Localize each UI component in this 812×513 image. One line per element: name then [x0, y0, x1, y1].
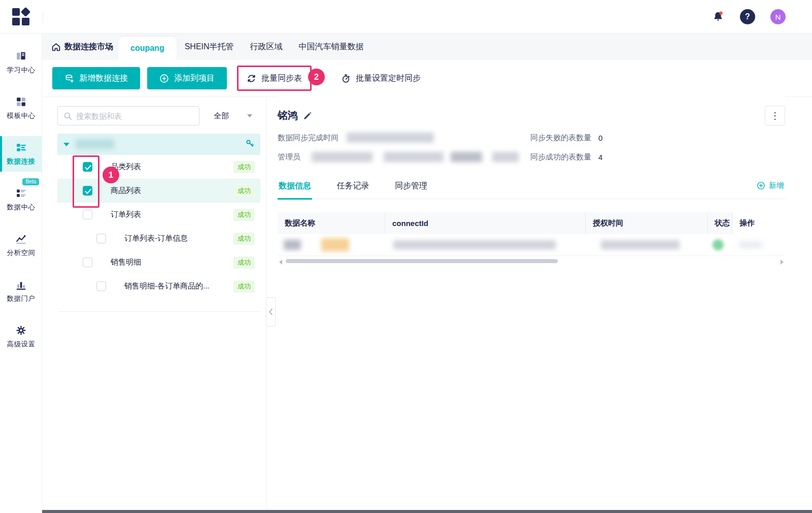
tree-item-sales-detail[interactable]: 销售明细 成功: [57, 250, 260, 274]
redacted-status-dot: [713, 239, 724, 250]
checkbox-unchecked[interactable]: [96, 281, 106, 291]
tree-parent-row[interactable]: [57, 134, 260, 155]
redacted-admin: [492, 152, 519, 162]
sidebar-item-label: 学习中心: [7, 66, 36, 75]
filter-dropdown[interactable]: 全部: [210, 106, 256, 125]
tree-item-label: 订单列表: [111, 210, 141, 219]
col-header-connect-id: connectId: [385, 212, 586, 234]
table-row[interactable]: [278, 234, 785, 256]
chevron-down-icon: [247, 114, 252, 117]
tree-item-label: 销售明细-各订单商品的...: [124, 281, 210, 291]
topbar-actions: ? N: [712, 0, 786, 34]
sidebar-item-data-portal[interactable]: 数据门户: [0, 273, 42, 309]
help-icon[interactable]: ?: [740, 9, 755, 24]
tree-item-order-list[interactable]: 订单列表 成功: [57, 203, 260, 227]
tree-item-order-info[interactable]: 订单列表-订单信息 成功: [57, 227, 260, 250]
bar-chart-icon: [15, 279, 27, 291]
panel-collapse-handle[interactable]: [266, 297, 276, 327]
more-actions-kebab-icon[interactable]: ⋮: [765, 106, 785, 125]
logo-diamond: [21, 7, 31, 17]
status-badge-success: 成功: [233, 185, 255, 197]
logo-square: [12, 8, 20, 16]
tree-item-product-list[interactable]: 商品列表 成功: [57, 179, 260, 203]
success-tables-stat: 同步成功的表数量 4: [530, 151, 602, 163]
tree-item-sales-detail-sub[interactable]: 销售明细-各订单商品的... 成功: [57, 274, 260, 298]
redacted-actions: [739, 241, 762, 248]
tab-sync-management[interactable]: 同步管理: [394, 177, 428, 198]
tree-item-label: 销售明细: [111, 258, 141, 267]
redacted-sync-time: [347, 133, 434, 143]
beta-badge: Beta: [22, 178, 39, 185]
sidebar-item-data-connection[interactable]: 数据连接: [0, 136, 42, 172]
toolbar: 新增数据连接 添加到项目 批量同步表 2 批量设置定时同步: [42, 60, 812, 97]
checkbox-checked[interactable]: [83, 162, 92, 172]
tab-task-records[interactable]: 任务记录: [335, 177, 370, 198]
status-badge-success: 成功: [233, 209, 255, 221]
authorization-key-icon[interactable]: [246, 139, 254, 150]
app-logo-icon[interactable]: [12, 8, 29, 25]
add-new-button[interactable]: 新增: [757, 181, 784, 190]
failed-tables-label: 同步失败的表数量: [530, 133, 591, 143]
success-tables-value: 4: [598, 153, 602, 162]
sidebar-item-analysis-space[interactable]: 分析空间: [0, 228, 42, 263]
notifications-bell-icon[interactable]: [712, 10, 725, 23]
batch-sync-tables-button[interactable]: 批量同步表: [239, 67, 310, 89]
checkbox-unchecked[interactable]: [83, 258, 92, 267]
sync-time-label: 数据同步完成时间: [278, 133, 339, 143]
scroll-right-arrow-icon[interactable]: [781, 260, 784, 265]
sync-time-row: 数据同步完成时间: [278, 132, 434, 143]
scroll-left-arrow-icon[interactable]: [279, 260, 282, 265]
redacted-admin: [312, 152, 373, 162]
redacted-tag: [321, 238, 349, 251]
sidebar-item-advanced-settings[interactable]: 高级设置: [0, 319, 42, 355]
redacted-connect-id: [393, 240, 556, 249]
sidebar-item-data-center[interactable]: Beta 数据中心: [0, 182, 42, 217]
search-input[interactable]: [58, 107, 199, 125]
checkbox-unchecked[interactable]: [83, 210, 92, 219]
tab-coupang[interactable]: coupang: [118, 37, 177, 60]
redacted-admin: [451, 152, 482, 162]
status-badge-success: 成功: [233, 161, 255, 173]
batch-schedule-sync-button[interactable]: 批量设置定时同步: [333, 67, 429, 89]
tab-data-connection-market[interactable]: 数据连接市场: [51, 42, 113, 52]
timer-icon: [341, 74, 351, 83]
connection-tabstrip: 数据连接市场 coupang SHEIN半托管 行政区域 中国汽车销量数据: [42, 34, 812, 60]
tab-china-auto-sales[interactable]: 中国汽车销量数据: [291, 42, 372, 52]
search-box: [57, 106, 199, 125]
gear-icon: [15, 325, 27, 336]
failed-tables-value: 0: [598, 134, 602, 142]
expand-arrow-icon[interactable]: [63, 143, 70, 146]
status-badge-success: 成功: [233, 256, 255, 269]
top-bar: ? N: [0, 0, 812, 34]
col-header-actions: 操作: [732, 212, 785, 234]
tree-item-category-list[interactable]: 品类列表 成功: [57, 155, 260, 179]
scrollbar-thumb[interactable]: [286, 259, 558, 263]
filter-value: 全部: [214, 111, 229, 121]
add-to-project-button[interactable]: 添加到项目: [147, 67, 227, 89]
checkbox-checked[interactable]: [83, 186, 92, 196]
sidebar-item-label: 数据门户: [7, 294, 36, 303]
tab-data-info[interactable]: 数据信息: [278, 177, 312, 200]
new-data-connection-button[interactable]: 新增数据连接: [52, 67, 140, 89]
sidebar-item-label: 分析空间: [7, 248, 36, 258]
sidebar-item-label: 模板中心: [7, 111, 36, 120]
checkbox-unchecked[interactable]: [96, 234, 106, 243]
tree-divider: [58, 311, 259, 312]
redacted-data-name: [284, 240, 301, 250]
col-header-data-name: 数据名称: [278, 212, 385, 234]
user-avatar[interactable]: N: [770, 9, 786, 24]
plus-circle-icon: [159, 74, 169, 83]
sidebar-item-learning-center[interactable]: 学习中心: [0, 45, 42, 80]
sidebar-nav: 学习中心 模板中心 数据连接 Beta 数据中心 分析空间 数据门户 高级设置: [0, 34, 42, 513]
edit-pencil-icon[interactable]: [303, 111, 312, 120]
chevron-left-icon: [268, 308, 273, 315]
tab-admin-region[interactable]: 行政区域: [242, 42, 291, 52]
button-label: 批量设置定时同步: [356, 73, 421, 84]
tab-shein[interactable]: SHEIN半托管: [177, 42, 242, 52]
logo-square: [12, 18, 20, 25]
sidebar-item-template-center[interactable]: 模板中心: [0, 90, 42, 126]
failed-tables-stat: 同步失败的表数量 0: [530, 132, 602, 143]
annotation-box-step2: 批量同步表 2: [237, 66, 312, 91]
data-center-icon: [15, 187, 27, 199]
app-window: ? N 学习中心 模板中心 数据连接 Beta 数据中心 分析空间 数据门户: [0, 0, 812, 513]
